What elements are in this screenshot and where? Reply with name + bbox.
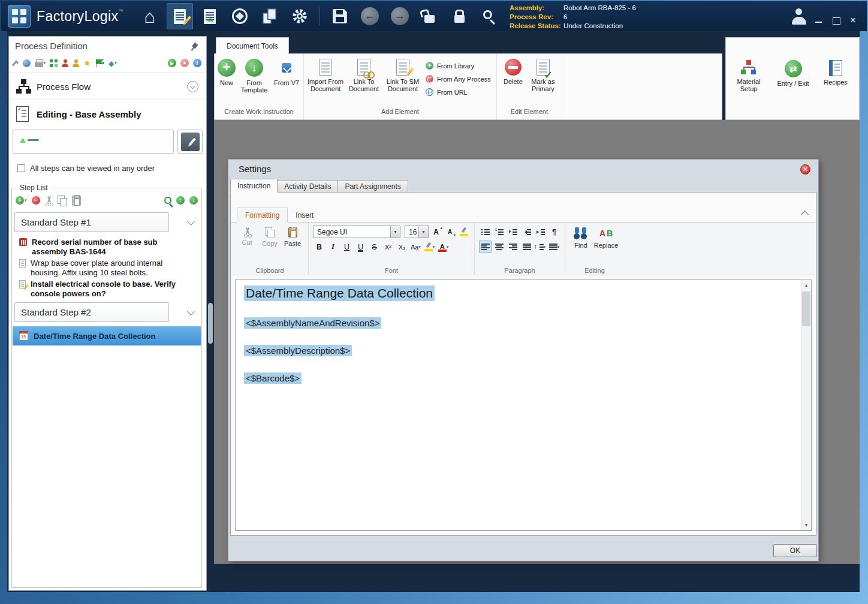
tab-instruction[interactable]: Instruction (230, 179, 278, 193)
link-to-sm-document-button[interactable]: Link To SM Document (384, 58, 422, 92)
step-group-header[interactable]: Standard Step #2 (14, 302, 169, 322)
import-from-document-button[interactable]: Import From Document (307, 58, 344, 92)
decrease-indent-button[interactable] (520, 226, 533, 238)
add-step-button[interactable]: ▾ (16, 196, 27, 205)
copy-step-button[interactable] (58, 196, 67, 206)
favorites-button[interactable] (83, 59, 91, 68)
save-button[interactable] (327, 3, 353, 29)
scrollbar-thumb[interactable] (802, 292, 810, 326)
edit-note-button[interactable]: ▾ (14, 60, 19, 67)
publish-button[interactable]: ▾ (108, 59, 117, 68)
multilevel-list-button[interactable] (507, 226, 519, 238)
collapse-toolbar-button[interactable] (801, 211, 809, 218)
from-v7-button[interactable]: From V7 (273, 58, 300, 86)
move-down-button[interactable] (189, 196, 198, 205)
zoom-step-button[interactable] (164, 197, 171, 204)
paste-step-button[interactable] (72, 196, 81, 206)
step-group-header[interactable]: Standard Step #1 (14, 212, 169, 232)
text-alignment-menu-button[interactable]: ▾ (548, 241, 560, 253)
stop-button[interactable] (180, 59, 189, 67)
unlock-button[interactable] (417, 3, 443, 29)
cut-button[interactable]: Cut (236, 225, 258, 246)
from-url-button[interactable]: From URL (426, 86, 491, 98)
step-item[interactable]: Record serial number of base sub assembl… (13, 238, 200, 257)
superscript-button[interactable] (382, 241, 394, 253)
close-dialog-button[interactable]: ✕ (800, 164, 810, 175)
entry-exit-button[interactable]: Entry / Exit (774, 59, 812, 87)
sidebar-scrollbar-thumb[interactable] (208, 303, 213, 344)
bold-button[interactable] (313, 241, 326, 253)
document-scrollbar[interactable]: ▲ ▼ (801, 280, 811, 530)
highlighter-button[interactable] (457, 226, 470, 238)
lock-button[interactable] (447, 3, 473, 29)
recipes-button[interactable]: Recipes (819, 59, 852, 86)
paste-button[interactable]: Paste (281, 225, 304, 247)
step-item[interactable]: Wrap base cover plate around internal ho… (13, 259, 200, 278)
highlight-color-button[interactable]: ▾ (423, 241, 436, 253)
font-color-button[interactable]: ▾ (437, 241, 450, 253)
process-definition-button[interactable] (167, 3, 193, 29)
align-center-button[interactable] (493, 241, 505, 253)
increase-indent-button[interactable] (534, 226, 547, 238)
maximize-button[interactable] (833, 17, 840, 24)
strikethrough-button[interactable] (368, 241, 381, 253)
underline-button[interactable] (340, 241, 353, 253)
minimize-button[interactable] (815, 17, 822, 24)
link-to-document-button[interactable]: Link To Document (345, 58, 382, 92)
chevron-down-icon[interactable] (187, 308, 195, 315)
home-button[interactable] (137, 3, 163, 29)
delete-element-button[interactable]: Delete (500, 58, 526, 85)
forward-button[interactable] (387, 3, 413, 29)
tab-formatting[interactable]: Formatting (237, 208, 288, 223)
scroll-down-button[interactable]: ▼ (801, 520, 811, 530)
expand-process-flow-button[interactable] (187, 81, 198, 92)
dropdown-arrow-icon[interactable] (418, 226, 428, 238)
bullet-list-button[interactable] (479, 226, 492, 238)
settings-button[interactable] (287, 3, 313, 29)
dropdown-arrow-icon[interactable] (390, 226, 400, 238)
step-item[interactable]: Install electrical console to base. Veri… (13, 280, 200, 299)
align-left-button[interactable] (479, 241, 492, 253)
document-content[interactable]: Date/Time Range Data Collection <$Assemb… (244, 286, 795, 528)
user-account-button[interactable] (790, 8, 808, 25)
cut-step-button[interactable] (45, 196, 53, 205)
ok-button[interactable]: OK (773, 544, 817, 557)
selected-step-item[interactable]: Date/Time Range Data Collection (13, 326, 201, 345)
approver-button[interactable] (73, 59, 79, 67)
document-editor[interactable]: Date/Time Range Data Collection <$Assemb… (235, 280, 812, 531)
align-right-button[interactable] (507, 241, 519, 253)
print-button[interactable]: ▾ (35, 59, 46, 67)
flag-button[interactable]: ▾ (95, 59, 105, 67)
tab-part-assignments[interactable]: Part Assignments (338, 180, 408, 193)
close-window-button[interactable] (850, 17, 857, 24)
process-flow-row[interactable]: Process Flow (9, 75, 206, 99)
mark-as-primary-button[interactable]: Mark as Primary (528, 58, 559, 92)
subscript-button[interactable] (396, 241, 408, 253)
italic-button[interactable] (327, 241, 339, 253)
replace-button[interactable]: Replace (592, 225, 620, 249)
document-tools-tab[interactable]: Document Tools (216, 37, 289, 54)
work-orders-button[interactable] (197, 3, 223, 29)
font-size-select[interactable]: 16 (405, 226, 429, 238)
tab-insert[interactable]: Insert (288, 208, 321, 223)
tab-activity-details[interactable]: Activity Details (278, 180, 338, 193)
remove-step-button[interactable] (32, 196, 40, 205)
find-button[interactable]: Find (569, 225, 592, 249)
operator-button[interactable] (62, 59, 68, 67)
new-button[interactable]: New (218, 58, 236, 86)
status-button[interactable] (193, 59, 201, 67)
scroll-up-button[interactable]: ▲ (801, 280, 811, 290)
chevron-down-icon[interactable] (187, 218, 195, 226)
line-spacing-button[interactable]: ▾ (534, 241, 547, 253)
explore-button[interactable] (23, 59, 31, 67)
paragraph-marks-button[interactable] (548, 226, 560, 238)
any-order-checkbox[interactable] (17, 164, 25, 172)
move-up-button[interactable] (176, 196, 185, 205)
font-family-select[interactable]: Segoe UI (313, 226, 400, 238)
numbered-list-button[interactable] (493, 226, 505, 238)
from-template-button[interactable]: From Template (237, 58, 272, 94)
pin-icon[interactable] (188, 41, 200, 53)
change-case-button[interactable]: ▾ (409, 241, 422, 253)
justify-button[interactable] (520, 241, 533, 253)
material-setup-button[interactable]: Material Setup (731, 59, 767, 92)
